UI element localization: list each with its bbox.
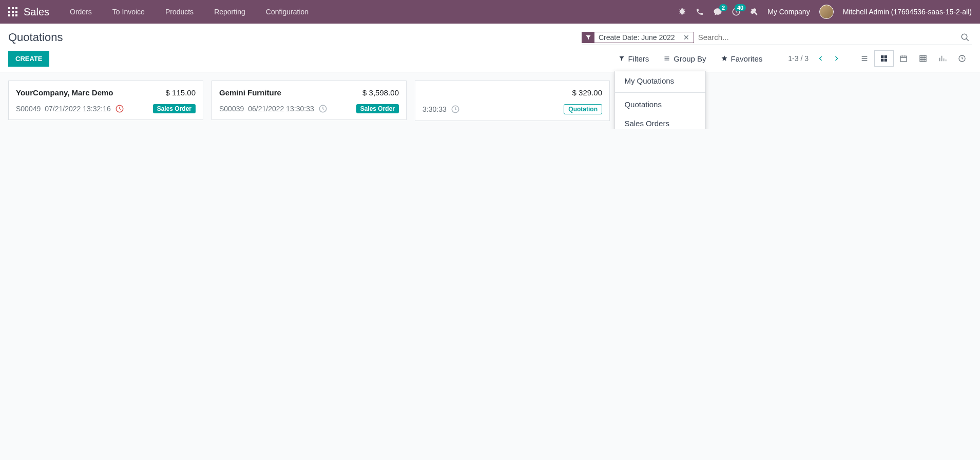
svg-rect-5	[15, 11, 17, 13]
tools-icon[interactable]	[750, 8, 758, 16]
svg-rect-14	[881, 59, 883, 62]
favorites-label: Favorites	[731, 54, 763, 63]
activity-clock-icon[interactable]	[451, 105, 460, 114]
card-date: 07/21/2022 13:32:16	[45, 105, 110, 113]
filters-label: Filters	[628, 54, 649, 63]
svg-rect-4	[12, 11, 14, 13]
control-panel: Quotations Create Date: June 2022 ✕ CREA…	[0, 24, 980, 72]
kanban-card[interactable]: YourCompany, Marc Demo $ 115.00 S00049 0…	[8, 81, 203, 120]
clock-icon[interactable]: 40	[732, 7, 741, 16]
svg-rect-17	[920, 55, 926, 62]
card-title: Gemini Furniture	[219, 88, 281, 97]
activities-badge: 40	[735, 4, 746, 11]
dd-quotations[interactable]: Quotations	[615, 95, 705, 114]
card-ref: S00049	[16, 105, 41, 113]
svg-rect-16	[900, 56, 907, 62]
apps-icon[interactable]	[8, 7, 17, 16]
systray: 2 40 My Company Mitchell Admin (17694536…	[678, 5, 972, 19]
card-date: 3:30:33	[422, 105, 447, 113]
avatar[interactable]	[819, 5, 834, 19]
groupby-toggle[interactable]: Group By	[663, 54, 706, 63]
status-badge: Sales Order	[356, 104, 399, 113]
search-icon[interactable]	[958, 31, 972, 44]
groupby-label: Group By	[674, 54, 706, 63]
activity-clock-icon[interactable]	[115, 104, 124, 113]
menu-configuration[interactable]: Configuration	[258, 0, 317, 24]
card-title: YourCompany, Marc Demo	[16, 88, 113, 97]
card-ref: S00039	[219, 105, 244, 113]
view-activity[interactable]	[952, 50, 972, 67]
view-kanban[interactable]	[874, 50, 894, 67]
search-facet: Create Date: June 2022 ✕	[582, 32, 694, 43]
svg-rect-12	[881, 55, 883, 58]
svg-rect-3	[8, 11, 10, 13]
svg-rect-0	[8, 7, 10, 9]
svg-rect-8	[15, 14, 17, 16]
dd-sales-orders[interactable]: Sales Orders	[615, 114, 705, 130]
menu-to-invoice[interactable]: To Invoice	[104, 0, 153, 24]
pager-prev[interactable]	[818, 54, 824, 63]
view-calendar[interactable]	[894, 50, 913, 67]
top-nav: Sales Orders To Invoice Products Reporti…	[0, 0, 980, 24]
svg-rect-13	[885, 55, 887, 58]
svg-rect-15	[885, 59, 887, 62]
filter-icon	[582, 32, 594, 43]
filters-toggle[interactable]: Filters My Quotations Quotations Sales O…	[619, 54, 649, 63]
status-badge: Quotation	[564, 104, 602, 114]
status-badge: Sales Order	[153, 104, 196, 113]
search-input[interactable]	[694, 30, 958, 45]
favorites-toggle[interactable]: Favorites	[721, 54, 763, 63]
pager-next[interactable]	[833, 54, 839, 63]
filters-dropdown: My Quotations Quotations Sales Orders ✓ …	[614, 71, 706, 130]
activity-clock-icon[interactable]	[318, 104, 328, 113]
main-menu: Orders To Invoice Products Reporting Con…	[62, 0, 317, 24]
card-amount: $ 3,598.00	[362, 88, 399, 97]
menu-reporting[interactable]: Reporting	[206, 0, 254, 24]
svg-rect-7	[12, 14, 14, 16]
create-button[interactable]: CREATE	[8, 51, 49, 67]
facet-label: Create Date: June 2022	[594, 32, 679, 43]
page-title: Quotations	[8, 31, 63, 44]
chat-badge: 2	[719, 4, 727, 11]
svg-point-10	[962, 34, 967, 39]
view-list[interactable]	[855, 50, 874, 67]
card-amount: $ 329.00	[572, 88, 602, 97]
card-amount: $ 115.00	[166, 88, 196, 97]
svg-rect-2	[15, 7, 17, 9]
view-graph[interactable]	[933, 50, 952, 67]
user-menu[interactable]: Mitchell Admin (17694536-saas-15-2-all)	[843, 8, 972, 16]
pager-text[interactable]: 1-3 / 3	[788, 54, 809, 63]
kanban-card[interactable]: $ 329.00 3:30:33 Quotation	[415, 81, 610, 121]
app-brand[interactable]: Sales	[24, 6, 49, 18]
pager: 1-3 / 3	[788, 54, 839, 63]
phone-icon[interactable]	[696, 8, 704, 16]
view-pivot[interactable]	[913, 50, 933, 67]
kanban-card[interactable]: Gemini Furniture $ 3,598.00 S00039 06/21…	[212, 81, 407, 120]
svg-rect-1	[12, 7, 14, 9]
dd-my-quotations[interactable]: My Quotations	[615, 71, 705, 90]
search-options: Filters My Quotations Quotations Sales O…	[619, 54, 762, 63]
bug-icon[interactable]	[678, 8, 686, 16]
kanban-view: YourCompany, Marc Demo $ 115.00 S00049 0…	[0, 72, 980, 129]
card-date: 06/21/2022 13:30:33	[248, 105, 314, 113]
menu-products[interactable]: Products	[157, 0, 202, 24]
search-bar: Create Date: June 2022 ✕	[582, 30, 972, 45]
svg-rect-6	[8, 14, 10, 16]
facet-remove[interactable]: ✕	[679, 32, 694, 43]
menu-orders[interactable]: Orders	[62, 0, 100, 24]
chat-icon[interactable]: 2	[713, 7, 722, 16]
view-switcher	[855, 50, 972, 67]
company-switcher[interactable]: My Company	[767, 8, 810, 16]
